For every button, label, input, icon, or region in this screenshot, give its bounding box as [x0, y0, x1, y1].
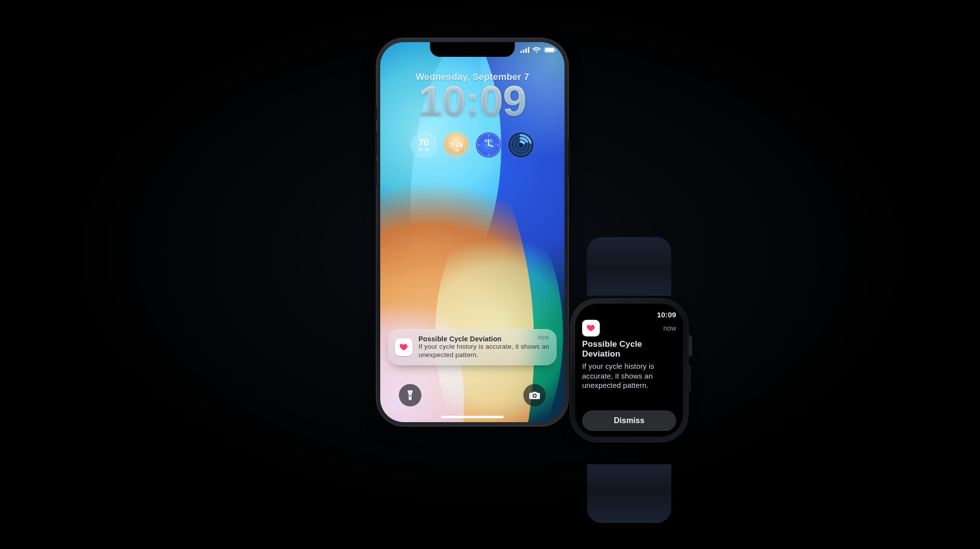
- notification-title: Possible Cycle Deviation: [418, 335, 550, 343]
- watch-band-bottom: [587, 464, 671, 523]
- watch-notification-body: If your cycle history is accurate, it sh…: [582, 361, 676, 390]
- cellular-icon: [520, 47, 529, 53]
- home-indicator[interactable]: [441, 416, 504, 418]
- svg-point-16: [488, 144, 489, 145]
- watch-side-button[interactable]: [687, 364, 691, 393]
- svg-rect-6: [545, 48, 554, 52]
- status-bar: [520, 47, 557, 53]
- camera-button[interactable]: [523, 384, 546, 406]
- health-app-icon: [395, 338, 413, 356]
- widget-activity-rings[interactable]: [508, 132, 534, 158]
- dismiss-button[interactable]: Dismiss: [582, 410, 676, 431]
- sunset-period: PM: [454, 148, 459, 152]
- apple-watch-device: 10:09 now Possible Cycle Deviation If yo…: [564, 279, 699, 481]
- watch-band-top: [587, 237, 671, 296]
- health-app-icon: [582, 320, 600, 336]
- svg-rect-3: [528, 47, 529, 53]
- svg-rect-20: [410, 395, 411, 397]
- svg-rect-0: [520, 51, 522, 53]
- weather-temp: 70: [419, 138, 429, 147]
- watch-notification-title: Possible Cycle Deviation: [582, 339, 676, 358]
- camera-icon: [529, 390, 540, 400]
- digital-crown[interactable]: [686, 335, 692, 357]
- lockscreen-widgets: 70 57 75 7:29 PM: [380, 132, 564, 158]
- iphone-device: Wednesday, September 7 10:09 70 57 75 7:…: [376, 38, 568, 426]
- iphone-notch: [430, 42, 515, 57]
- world-clock-city: NYC: [485, 139, 492, 143]
- heart-icon: [586, 323, 596, 333]
- heart-icon: [399, 342, 409, 352]
- svg-point-22: [534, 395, 536, 397]
- svg-rect-7: [556, 49, 557, 51]
- battery-icon: [544, 47, 557, 53]
- sunset-arc-icon: [443, 132, 469, 158]
- watch-notification-timestamp: now: [663, 324, 676, 332]
- wifi-icon: [532, 47, 541, 53]
- activity-rings-icon: [508, 132, 534, 158]
- notification-body: If your cycle history is accurate, it sh…: [418, 343, 550, 359]
- widget-sunset[interactable]: 7:29 PM: [443, 132, 469, 158]
- svg-point-8: [455, 139, 457, 141]
- widget-world-clock[interactable]: NYC: [476, 132, 501, 158]
- flashlight-button[interactable]: [399, 384, 421, 406]
- svg-rect-2: [525, 48, 527, 53]
- iphone-notification[interactable]: Possible Cycle Deviation If your cycle h…: [388, 329, 557, 365]
- iphone-screen[interactable]: Wednesday, September 7 10:09 70 57 75 7:…: [380, 42, 564, 422]
- widget-weather[interactable]: 70 57 75: [411, 132, 437, 158]
- lockscreen-time: 10:09: [380, 80, 564, 121]
- watch-screen[interactable]: 10:09 now Possible Cycle Deviation If yo…: [575, 304, 683, 437]
- weather-low: 57: [419, 147, 423, 152]
- svg-rect-1: [523, 50, 524, 53]
- watch-time: 10:09: [657, 310, 676, 319]
- weather-high: 75: [424, 147, 429, 152]
- notification-timestamp: now: [538, 334, 549, 341]
- dismiss-button-label: Dismiss: [614, 416, 645, 425]
- flashlight-icon: [405, 389, 415, 401]
- clock-face-icon: [476, 132, 501, 158]
- svg-point-4: [536, 51, 537, 52]
